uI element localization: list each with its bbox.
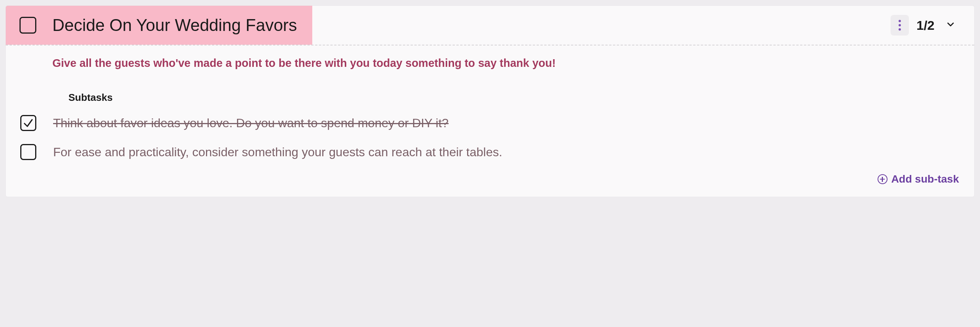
subtask-text: Think about favor ideas you love. Do you… <box>53 116 449 130</box>
progress-counter: 1/2 <box>917 18 935 33</box>
add-subtask-label: Add sub-task <box>891 173 959 185</box>
add-subtask-button[interactable]: Add sub-task <box>52 173 959 185</box>
check-icon <box>23 117 34 129</box>
task-description: Give all the guests who've made a point … <box>52 57 959 70</box>
task-header: Decide On Your Wedding Favors 1/2 <box>6 6 974 45</box>
more-vertical-icon <box>899 20 901 31</box>
subtask-row: Think about favor ideas you love. Do you… <box>20 115 959 131</box>
task-header-right: 1/2 <box>891 15 974 36</box>
task-checkbox[interactable] <box>19 17 36 34</box>
chevron-down-icon <box>945 19 956 30</box>
menu-button[interactable] <box>891 15 909 36</box>
task-body: Give all the guests who've made a point … <box>6 45 974 197</box>
plus-circle-icon <box>878 174 888 184</box>
task-card: Decide On Your Wedding Favors 1/2 Give a… <box>5 5 975 197</box>
subtasks-heading: Subtasks <box>68 92 959 104</box>
subtask-checkbox[interactable] <box>20 115 36 131</box>
subtask-checkbox[interactable] <box>20 144 36 160</box>
collapse-toggle[interactable] <box>942 16 959 34</box>
task-title: Decide On Your Wedding Favors <box>52 16 297 35</box>
task-header-left: Decide On Your Wedding Favors <box>6 6 312 45</box>
subtask-text: For ease and practicality, consider some… <box>53 145 502 159</box>
subtask-row: For ease and practicality, consider some… <box>20 144 959 160</box>
